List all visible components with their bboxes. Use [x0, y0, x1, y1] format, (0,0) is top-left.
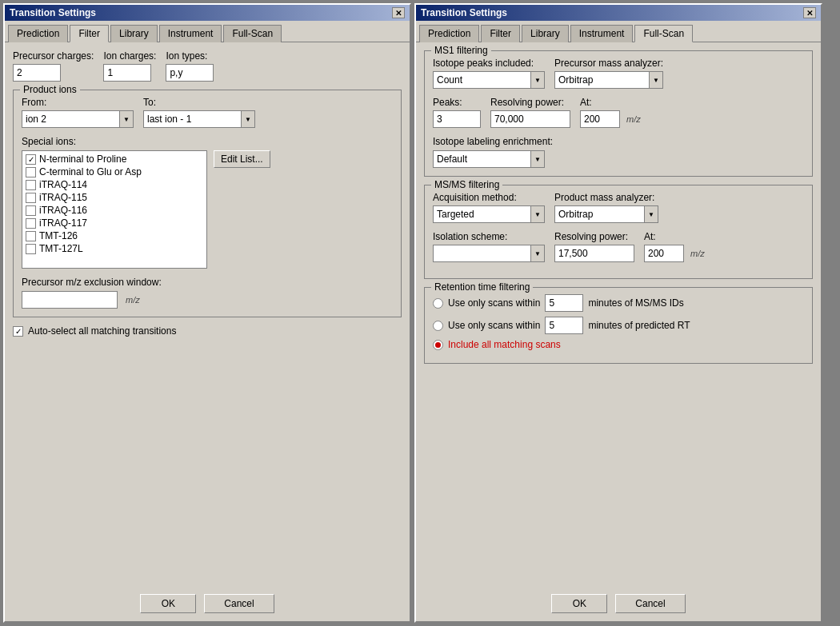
- from-select[interactable]: ion 2: [22, 110, 134, 128]
- at-group: At: m/z: [580, 97, 641, 128]
- precursor-charges-input[interactable]: [13, 64, 61, 82]
- radio1-row: Use only scans within minutes of MS/MS I…: [433, 294, 804, 312]
- radio2-value-input[interactable]: [545, 317, 583, 334]
- dialog1-ok-button[interactable]: OK: [140, 594, 196, 613]
- resolving-power-input[interactable]: [490, 110, 570, 128]
- special-ion-checkbox[interactable]: [26, 205, 36, 216]
- radio1-button[interactable]: [433, 298, 443, 309]
- resolving-power2-input[interactable]: [554, 245, 634, 262]
- at2-input[interactable]: [644, 245, 684, 262]
- dialog2-cancel-button[interactable]: Cancel: [615, 594, 685, 613]
- radio1-suffix: minutes of MS/MS IDs: [588, 297, 683, 309]
- precursor-exclusion-input[interactable]: [22, 291, 118, 309]
- at-input[interactable]: [580, 110, 620, 128]
- precursor-mass-select-wrapper: Orbitrap: [554, 71, 663, 89]
- list-item[interactable]: iTRAQ-116: [24, 204, 205, 217]
- at-label: At:: [580, 97, 641, 108]
- isolation-scheme-select[interactable]: [433, 245, 545, 262]
- retention-time-group: Retention time filtering Use only scans …: [424, 287, 813, 364]
- special-ion-checkbox[interactable]: [26, 193, 36, 203]
- dialog2-title-bar: Transition Settings ✕: [416, 5, 821, 21]
- at2-group: At: m/z: [644, 231, 705, 262]
- isotope-labeling-select[interactable]: Default: [433, 150, 545, 168]
- dialog1: Transition Settings ✕ Prediction Filter …: [3, 3, 411, 623]
- acquisition-method-select[interactable]: Targeted: [433, 205, 545, 223]
- dialog2: Transition Settings ✕ Prediction Filter …: [414, 3, 822, 623]
- special-ion-label: iTRAQ-115: [39, 192, 87, 203]
- auto-select-row: Auto-select all matching transitions: [13, 325, 402, 337]
- tab-library-1[interactable]: Library: [110, 25, 158, 42]
- dialog2-close-button[interactable]: ✕: [803, 7, 816, 18]
- at2-label: At:: [644, 231, 705, 242]
- special-ion-label: iTRAQ-116: [39, 205, 87, 216]
- list-item[interactable]: C-terminal to Glu or Asp: [24, 165, 205, 178]
- peaks-input[interactable]: [433, 110, 481, 128]
- product-mass-select[interactable]: Orbitrap: [554, 205, 658, 223]
- auto-select-checkbox[interactable]: [13, 326, 23, 337]
- ion-charges-input[interactable]: [103, 64, 151, 82]
- list-item[interactable]: iTRAQ-115: [24, 191, 205, 204]
- tab-filter-2[interactable]: Filter: [481, 25, 520, 42]
- isotope-precursor-row: Isotope peaks included: Count Precursor …: [433, 58, 804, 89]
- list-item[interactable]: iTRAQ-117: [24, 217, 205, 229]
- precursor-mass-label: Precursor mass analyzer:: [554, 58, 663, 69]
- special-ion-label: N-terminal to Proline: [39, 154, 126, 165]
- tab-fullscan-2[interactable]: Full-Scan: [634, 25, 693, 42]
- from-label: From:: [22, 97, 134, 108]
- tab-instrument-1[interactable]: Instrument: [159, 25, 222, 42]
- retention-time-title: Retention time filtering: [431, 281, 533, 293]
- product-mass-group: Product mass analyzer: Orbitrap: [554, 192, 658, 223]
- resolving-power-label: Resolving power:: [490, 97, 570, 108]
- special-ion-checkbox[interactable]: [26, 154, 36, 165]
- dialog1-bottom-buttons: OK Cancel: [5, 586, 410, 621]
- isotope-labeling-select-wrapper: Default: [433, 150, 545, 168]
- list-item[interactable]: TMT-126: [24, 229, 205, 242]
- tab-prediction-2[interactable]: Prediction: [419, 25, 479, 42]
- dialog2-ok-button[interactable]: OK: [551, 594, 607, 613]
- special-ion-label: C-terminal to Glu or Asp: [39, 166, 142, 177]
- acquisition-product-row: Acquisition method: Targeted Product mas…: [433, 192, 804, 223]
- dialog1-close-button[interactable]: ✕: [392, 7, 405, 18]
- special-ion-label: iTRAQ-117: [39, 217, 87, 229]
- tab-library-2[interactable]: Library: [522, 25, 569, 42]
- ms1-filtering-group: MS1 filtering Isotope peaks included: Co…: [424, 50, 813, 177]
- ion-types-input[interactable]: [166, 64, 214, 82]
- special-ion-checkbox[interactable]: [26, 167, 36, 177]
- special-ion-checkbox[interactable]: [26, 231, 36, 241]
- special-ions-listbox[interactable]: N-terminal to ProlineC-terminal to Glu o…: [22, 150, 207, 269]
- special-ions-list-area: N-terminal to ProlineC-terminal to Glu o…: [22, 150, 393, 269]
- radio2-suffix: minutes of predicted RT: [588, 320, 690, 331]
- ion-charges-label: Ion charges:: [103, 50, 156, 62]
- isotope-peaks-label: Isotope peaks included:: [433, 58, 545, 69]
- special-ion-checkbox[interactable]: [26, 180, 36, 190]
- peaks-label: Peaks:: [433, 97, 481, 108]
- acquisition-method-group: Acquisition method: Targeted: [433, 192, 545, 223]
- edit-list-button[interactable]: Edit List...: [214, 150, 270, 168]
- special-ion-checkbox[interactable]: [26, 218, 36, 229]
- tab-prediction-1[interactable]: Prediction: [8, 25, 68, 42]
- list-item[interactable]: N-terminal to Proline: [24, 153, 205, 165]
- tab-instrument-2[interactable]: Instrument: [570, 25, 634, 42]
- list-item[interactable]: iTRAQ-114: [24, 178, 205, 191]
- isolation-resolving-row: Isolation scheme: Resolving power: At:: [433, 231, 804, 262]
- dialog1-cancel-button[interactable]: Cancel: [204, 594, 274, 613]
- radio2-label: Use only scans within: [448, 320, 540, 331]
- isotope-peaks-select[interactable]: Count: [433, 71, 545, 89]
- auto-select-label: Auto-select all matching transitions: [28, 325, 176, 337]
- to-select[interactable]: last ion - 1: [143, 110, 255, 128]
- radio2-button[interactable]: [433, 321, 443, 331]
- ion-charges-group: Ion charges:: [103, 50, 156, 82]
- precursor-exclusion-label: Precursor m/z exclusion window:: [22, 277, 162, 288]
- peaks-group: Peaks:: [433, 97, 481, 128]
- special-ion-checkbox[interactable]: [26, 244, 36, 254]
- tab-fullscan-1[interactable]: Full-Scan: [223, 25, 282, 42]
- radio3-label: Include all matching scans: [448, 339, 561, 350]
- tab-filter-1[interactable]: Filter: [70, 25, 109, 42]
- radio1-value-input[interactable]: [545, 294, 583, 312]
- precursor-mass-select[interactable]: Orbitrap: [554, 71, 658, 89]
- product-ions-group: Product ions From: ion 2 To: last: [13, 90, 402, 317]
- radio3-button[interactable]: [433, 340, 443, 350]
- list-item[interactable]: TMT-127L: [24, 242, 205, 255]
- to-label: To:: [143, 97, 255, 108]
- resolving-power-group: Resolving power:: [490, 97, 570, 128]
